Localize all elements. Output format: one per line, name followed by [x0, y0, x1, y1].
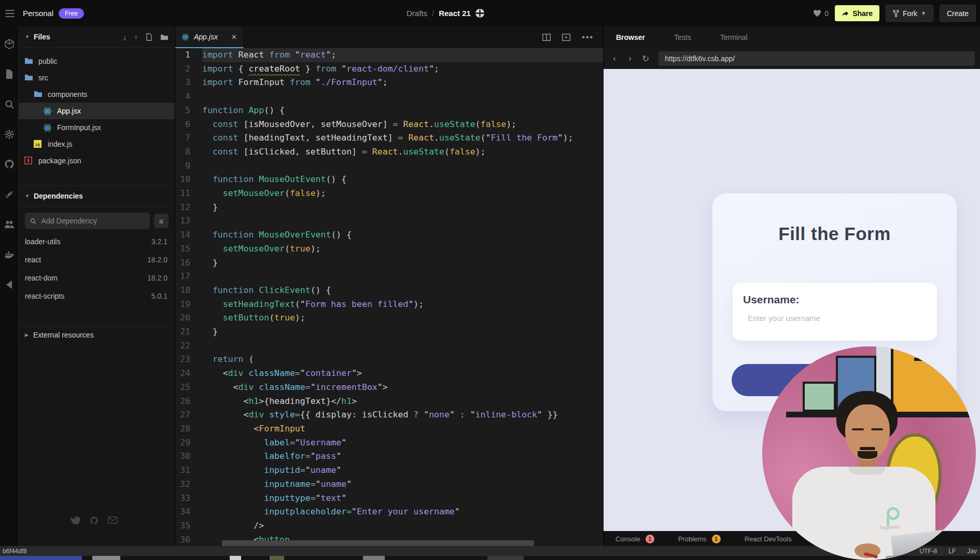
- file-tree-item[interactable]: components: [19, 86, 175, 103]
- docker-icon[interactable]: [4, 249, 15, 260]
- code-line[interactable]: 35 />: [175, 519, 603, 533]
- search-icon[interactable]: [4, 99, 15, 109]
- codesandbox-icon[interactable]: [4, 279, 15, 290]
- menu-icon[interactable]: [5, 8, 15, 19]
- forward-icon[interactable]: ›: [623, 53, 637, 64]
- code-line[interactable]: 18 function ClickEvent() {: [175, 284, 603, 298]
- likes[interactable]: 0: [813, 9, 829, 18]
- refresh-icon[interactable]: ↻: [639, 53, 652, 64]
- github-icon[interactable]: [4, 159, 15, 170]
- file-icon[interactable]: [4, 69, 15, 79]
- code-line[interactable]: 10 function MouseOutEvent() {: [175, 173, 603, 187]
- external-resources-header[interactable]: ▶ External resources: [19, 326, 175, 344]
- code-line[interactable]: 15 setMouseOver(true);: [175, 242, 603, 256]
- code-line[interactable]: 24 <div className="container">: [175, 367, 603, 381]
- share-button[interactable]: Share: [835, 5, 879, 21]
- workspace-name[interactable]: Personal: [23, 9, 53, 18]
- code-line[interactable]: 34 inputplaceholder="Enter your username…: [175, 505, 603, 519]
- devtools-tab-browser[interactable]: Browser: [616, 33, 645, 41]
- devtools-tab-tests[interactable]: Tests: [674, 33, 691, 41]
- status-item[interactable]: UTF-8: [919, 548, 937, 555]
- code-line[interactable]: 14 function MouseOverEvent() {: [175, 228, 603, 242]
- status-item[interactable]: Jav: [967, 548, 977, 555]
- code-line[interactable]: 30 labelfor="pass": [175, 450, 603, 464]
- code-line[interactable]: 26 <h1>{headingText}</h1>: [175, 395, 603, 409]
- dependencies-header[interactable]: ▼ Dependencies: [19, 186, 175, 206]
- dependency-row[interactable]: react-scripts5.0.1: [19, 287, 175, 305]
- code-line[interactable]: 7 const [headingText, setHeadingText] = …: [175, 131, 603, 145]
- close-tab-icon[interactable]: ✕: [231, 33, 237, 41]
- split-view-icon[interactable]: [542, 34, 551, 41]
- new-folder-icon[interactable]: [160, 33, 169, 40]
- new-file-icon[interactable]: [145, 33, 153, 41]
- code-line[interactable]: 11 setMouseOver(false);: [175, 187, 603, 201]
- dependency-search[interactable]: [25, 213, 150, 229]
- twitter-icon[interactable]: [71, 516, 80, 525]
- code-area[interactable]: 1import React from "react";2import { cre…: [175, 48, 603, 546]
- code-line[interactable]: 16 }: [175, 256, 603, 270]
- code-line[interactable]: 25 <div className="incrementBox">: [175, 381, 603, 395]
- more-options-icon[interactable]: •••: [582, 33, 594, 42]
- code-line[interactable]: 32 inputname="uname": [175, 478, 603, 492]
- fork-caret-icon[interactable]: ▼: [921, 10, 926, 16]
- gear-icon[interactable]: [4, 129, 15, 139]
- dependency-row[interactable]: loader-utils3.2.1: [19, 232, 175, 250]
- sort-up-icon[interactable]: ↑: [134, 33, 138, 41]
- code-line[interactable]: 4: [175, 90, 603, 104]
- add-dependency-input[interactable]: [40, 216, 145, 226]
- dependency-row[interactable]: react18.2.0: [19, 250, 175, 269]
- chevron-down-icon[interactable]: ▼: [25, 34, 30, 39]
- devtools-tab-terminal[interactable]: Terminal: [720, 33, 748, 41]
- address-bar[interactable]: https://dtfk6v.csb.app/: [659, 51, 975, 66]
- box-icon[interactable]: [4, 39, 15, 49]
- file-tree-item[interactable]: FormInput.jsx: [19, 119, 175, 136]
- file-tree-item[interactable]: App.jsx: [19, 103, 175, 119]
- console-tab-problems[interactable]: Problems1: [678, 535, 721, 543]
- console-tab-console[interactable]: Console1: [615, 535, 654, 543]
- console-tab-react-devtools[interactable]: React DevTools: [745, 535, 792, 543]
- dependency-row[interactable]: react-dom18.2.0: [19, 269, 175, 287]
- code-line[interactable]: 20 setButton(true);: [175, 311, 603, 325]
- mail-icon[interactable]: [108, 516, 118, 524]
- github-icon[interactable]: [90, 516, 99, 525]
- code-line[interactable]: 19 setHeadingText("Form has been filled"…: [175, 298, 603, 312]
- code-line[interactable]: 28 <FormInput: [175, 422, 603, 436]
- rocket-icon[interactable]: [4, 189, 15, 200]
- sort-down-icon[interactable]: ↓: [123, 33, 127, 41]
- line-number: 25: [175, 381, 202, 395]
- code-line[interactable]: 21 }: [175, 325, 603, 339]
- code-line[interactable]: 6 const [isMousedOver, setMouseOver] = R…: [175, 118, 603, 132]
- file-tree-item[interactable]: public: [19, 53, 175, 69]
- editor-horizontal-scrollbar[interactable]: [222, 540, 534, 546]
- code-line[interactable]: 12 }: [175, 201, 603, 215]
- code-line[interactable]: 9: [175, 159, 603, 173]
- code-line[interactable]: 1import React from "react";: [175, 48, 603, 62]
- code-line[interactable]: 27 <div style={{ display: isClicked ? "n…: [175, 408, 603, 422]
- preview-window-icon[interactable]: [562, 34, 570, 41]
- dependency-menu-button[interactable]: ≡: [154, 214, 169, 228]
- back-icon[interactable]: ‹: [608, 53, 621, 64]
- breadcrumb-current[interactable]: React 21: [439, 9, 471, 18]
- code-line[interactable]: 17: [175, 270, 603, 284]
- fork-button[interactable]: Fork ▼: [886, 5, 933, 22]
- username-input[interactable]: Enter your username: [748, 314, 820, 323]
- file-tree-item[interactable]: JSindex.js: [19, 136, 175, 152]
- team-icon[interactable]: [4, 219, 15, 230]
- code-line[interactable]: 33 inputtype="text": [175, 492, 603, 506]
- visibility-globe-icon[interactable]: [475, 9, 484, 18]
- tab-app-jsx[interactable]: App.jsx ✕: [175, 26, 244, 48]
- code-line[interactable]: 5function App() {: [175, 104, 603, 118]
- code-line[interactable]: 31 inputid="uname": [175, 464, 603, 478]
- code-line[interactable]: 13: [175, 214, 603, 228]
- code-line[interactable]: 3import FormInput from "./FormInput";: [175, 76, 603, 90]
- code-line[interactable]: 8 const [isClicked, setButton] = React.u…: [175, 145, 603, 159]
- breadcrumb-parent[interactable]: Drafts: [407, 9, 427, 18]
- status-item[interactable]: LF: [948, 548, 956, 555]
- code-line[interactable]: 2import { createRoot } from "react-dom/c…: [175, 62, 603, 76]
- code-line[interactable]: 22: [175, 339, 603, 353]
- code-line[interactable]: 29 label="Username": [175, 436, 603, 450]
- create-button[interactable]: Create: [940, 5, 976, 22]
- code-line[interactable]: 23 return (: [175, 353, 603, 367]
- file-tree-item[interactable]: src: [19, 69, 175, 86]
- file-tree-item[interactable]: package.json: [19, 152, 175, 169]
